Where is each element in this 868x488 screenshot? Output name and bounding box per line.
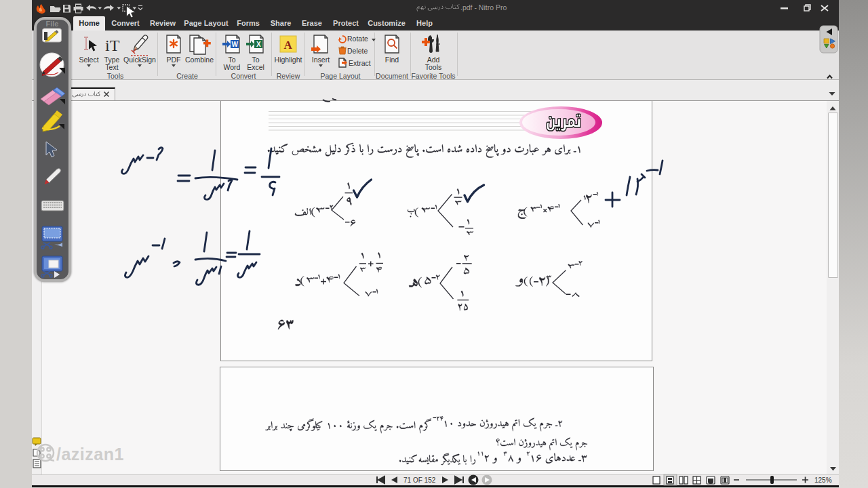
svg-text:A: A — [284, 39, 293, 52]
svg-text:.pdf - Nitro Pro: .pdf - Nitro Pro — [460, 3, 507, 12]
svg-text:X: X — [256, 41, 261, 48]
svg-text:iT: iT — [105, 37, 120, 54]
svg-text:W: W — [232, 41, 239, 48]
